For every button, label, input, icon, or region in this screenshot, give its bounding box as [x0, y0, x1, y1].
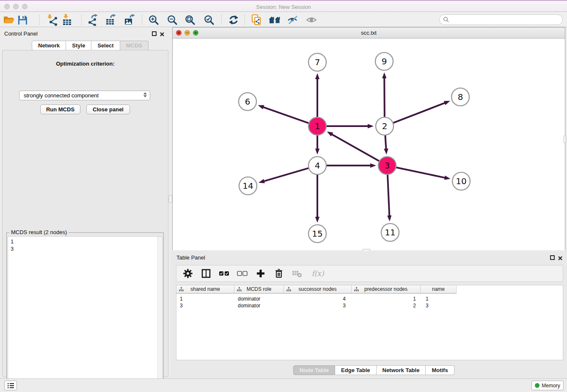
export-table-button[interactable]: [104, 14, 118, 26]
tab-mcds[interactable]: MCDS: [120, 41, 149, 50]
graph-node-7[interactable]: 7: [308, 53, 326, 71]
graph-edge-1-4[interactable]: [315, 134, 319, 155]
open-session-button[interactable]: [2, 14, 16, 26]
graph-node-8[interactable]: 8: [451, 88, 469, 106]
graph-edge-2-9[interactable]: [382, 72, 386, 119]
table-close-button[interactable]: [558, 255, 563, 262]
graph-node-11[interactable]: 11: [381, 224, 399, 241]
column-header-predecessor-nodes[interactable]: predecessor nodes: [352, 285, 421, 294]
graph-node-9[interactable]: 9: [375, 52, 393, 70]
save-session-button[interactable]: [16, 14, 29, 26]
application-window: Session: New Session: [0, 0, 567, 392]
status-bar: Memory: [0, 378, 567, 392]
network-graph: 7968124314101511: [173, 39, 565, 250]
zoom-in-button[interactable]: [147, 14, 160, 26]
import-network-button[interactable]: [45, 14, 59, 26]
close-panel-button[interactable]: [160, 31, 165, 39]
eye-slash-icon: [287, 15, 299, 25]
zoom-fit-button[interactable]: [183, 14, 197, 26]
graph-edge-2-8[interactable]: [392, 101, 450, 123]
export-network-button[interactable]: [87, 14, 100, 26]
graph-node-10[interactable]: 10: [452, 172, 470, 190]
column-header-shared-name[interactable]: shared name: [176, 285, 234, 294]
close-panel-action-button[interactable]: Close panel: [86, 105, 130, 114]
refresh-view-button[interactable]: [227, 14, 240, 26]
graph-edge-4-14[interactable]: [259, 168, 310, 183]
zoom-out-button[interactable]: [165, 14, 179, 26]
graph-edge-1-2[interactable]: [325, 124, 374, 128]
table-float-button[interactable]: [550, 255, 555, 260]
select-all-columns-button[interactable]: [219, 268, 230, 279]
tab-node-table[interactable]: Node Table: [293, 365, 335, 375]
search-box[interactable]: [439, 14, 563, 25]
first-neighbors-button[interactable]: [268, 14, 281, 26]
memory-button[interactable]: Memory: [531, 381, 564, 390]
cell-predecessor-nodes[interactable]: 2: [352, 303, 416, 309]
cell-successor-nodes[interactable]: 4: [284, 296, 346, 302]
main-titlebar: Session: New Session: [0, 0, 567, 12]
export-image-button[interactable]: [123, 14, 136, 26]
graph-node-15[interactable]: 15: [308, 225, 326, 243]
cell-mcds-role[interactable]: dominator: [238, 303, 260, 309]
delete-column-button[interactable]: [273, 268, 284, 279]
float-panel-button[interactable]: [152, 31, 157, 36]
tab-motifs[interactable]: Motifs: [426, 365, 454, 375]
cell-mcds-role[interactable]: dominator: [238, 296, 260, 302]
graph-node-6[interactable]: 6: [239, 93, 256, 110]
column-header-name[interactable]: name: [421, 285, 457, 294]
task-history-button[interactable]: [4, 381, 17, 390]
graph-edge-4-15[interactable]: [315, 173, 319, 223]
import-table-button[interactable]: [61, 14, 74, 26]
tab-network[interactable]: Network: [32, 41, 66, 50]
run-mcds-button[interactable]: Run MCDS: [40, 105, 80, 114]
graph-edge-1-7[interactable]: [315, 73, 319, 119]
network-canvas[interactable]: 7968124314101511: [173, 39, 565, 250]
criterion-dropdown[interactable]: strongly connected component: [19, 91, 150, 100]
tab-edge-table[interactable]: Edge Table: [335, 365, 376, 375]
svg-text:2: 2: [382, 121, 388, 131]
cell-successor-nodes[interactable]: 3: [284, 303, 346, 309]
column-label: MCDS role: [247, 286, 272, 292]
create-column-button[interactable]: [255, 268, 266, 279]
svg-text:11: 11: [385, 227, 395, 237]
tab-style[interactable]: Style: [66, 41, 91, 50]
vertical-splitter-grip[interactable]: [169, 195, 172, 203]
cell-name[interactable]: 1: [426, 296, 429, 302]
search-input[interactable]: [451, 16, 562, 24]
gear-icon: [183, 269, 193, 278]
graph-node-1[interactable]: 1: [308, 117, 326, 135]
new-network-from-selection-button[interactable]: [250, 14, 263, 26]
zoom-in-icon: [148, 14, 159, 25]
right-splitter-grip[interactable]: [564, 135, 566, 143]
graph-node-3[interactable]: 3: [378, 157, 396, 174]
result-scrollbar[interactable]: [157, 237, 162, 390]
cell-name[interactable]: 3: [426, 303, 429, 309]
graph-node-14[interactable]: 14: [239, 177, 257, 195]
graph-edge-4-3[interactable]: [325, 163, 376, 168]
graph-edge-1-6[interactable]: [258, 105, 310, 124]
column-header-mcds-role[interactable]: MCDS role: [234, 285, 284, 294]
mcds-result-list[interactable]: 1 3: [8, 236, 162, 391]
show-column-panel-button[interactable]: [201, 268, 212, 279]
cell-predecessor-nodes[interactable]: 1: [352, 296, 416, 302]
zoom-selected-button[interactable]: [202, 14, 216, 26]
cell-shared-name[interactable]: 3: [180, 303, 183, 309]
column-type-icon: [286, 287, 291, 292]
graph-edge-3-10[interactable]: [395, 167, 451, 180]
toolbar-separator: [81, 15, 82, 25]
column-header-successor-nodes[interactable]: successor nodes: [284, 285, 352, 294]
column-settings-button[interactable]: [182, 268, 193, 279]
memory-status-icon: [535, 383, 539, 388]
network-window-titlebar[interactable]: scc.txt: [173, 28, 565, 39]
tab-select[interactable]: Select: [91, 41, 120, 50]
graph-edge-2-3[interactable]: [384, 134, 388, 155]
cell-shared-name[interactable]: 1: [180, 296, 183, 302]
hide-selected-button[interactable]: [286, 14, 300, 26]
graph-edge-3-11[interactable]: [387, 173, 391, 221]
tab-network-table[interactable]: Network Table: [377, 365, 426, 375]
graph-edge-3-1[interactable]: [327, 132, 381, 162]
graph-node-2[interactable]: 2: [376, 117, 394, 135]
unselect-all-columns-button[interactable]: [237, 268, 248, 279]
graph-node-4[interactable]: 4: [308, 157, 326, 174]
column-label: successor nodes: [298, 286, 336, 292]
